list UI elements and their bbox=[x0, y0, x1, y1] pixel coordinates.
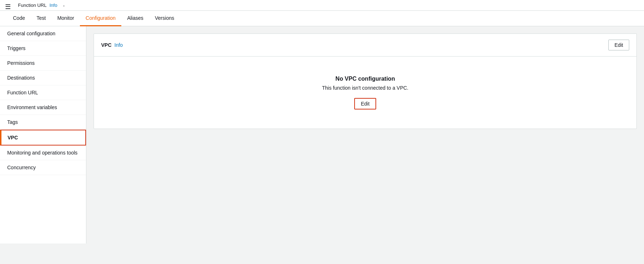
sidebar-item-permissions[interactable]: Permissions bbox=[0, 56, 86, 71]
sidebar-item-environment-variables[interactable]: Environment variables bbox=[0, 100, 86, 115]
tab-test[interactable]: Test bbox=[31, 11, 51, 26]
hamburger-icon[interactable]: ☰ bbox=[0, 0, 16, 14]
main-layout: General configuration Triggers Permissio… bbox=[0, 26, 644, 243]
sidebar-item-function-url[interactable]: Function URL bbox=[0, 85, 86, 100]
tab-aliases[interactable]: Aliases bbox=[121, 11, 149, 26]
panel-info-link[interactable]: Info bbox=[114, 42, 123, 48]
sidebar-item-tags[interactable]: Tags bbox=[0, 115, 86, 130]
tab-configuration[interactable]: Configuration bbox=[80, 11, 121, 26]
sidebar-item-destinations[interactable]: Destinations bbox=[0, 71, 86, 85]
function-url-value: - bbox=[63, 3, 64, 8]
sidebar-item-vpc[interactable]: VPC bbox=[0, 130, 86, 146]
sidebar-item-triggers[interactable]: Triggers bbox=[0, 41, 86, 56]
panel-title: VPC Info bbox=[101, 42, 123, 48]
sidebar-item-concurrency[interactable]: Concurrency bbox=[0, 160, 86, 175]
tab-versions[interactable]: Versions bbox=[149, 11, 180, 26]
tabs-container: Code Test Monitor Configuration Aliases … bbox=[0, 11, 644, 26]
info-link[interactable]: Info bbox=[49, 3, 57, 8]
no-vpc-desc: This function isn't connected to a VPC. bbox=[322, 85, 408, 91]
edit-center-button[interactable]: Edit bbox=[354, 98, 376, 109]
sidebar: General configuration Triggers Permissio… bbox=[0, 26, 86, 243]
top-section: ☰ Function URL Info - bbox=[0, 0, 644, 11]
sidebar-item-monitoring-and-operations-tools[interactable]: Monitoring and operations tools bbox=[0, 146, 86, 160]
vpc-panel: VPC Info Edit No VPC configuration This … bbox=[94, 33, 637, 129]
panel-title-text: VPC bbox=[101, 42, 112, 48]
panel-edit-button[interactable]: Edit bbox=[608, 40, 629, 50]
sidebar-item-general-configuration[interactable]: General configuration bbox=[0, 26, 86, 41]
no-vpc-title: No VPC configuration bbox=[335, 76, 395, 82]
panel-body: No VPC configuration This function isn't… bbox=[94, 57, 636, 129]
function-url-label: Function URL bbox=[18, 3, 46, 8]
tab-monitor[interactable]: Monitor bbox=[51, 11, 80, 26]
content-area: VPC Info Edit No VPC configuration This … bbox=[86, 26, 644, 243]
panel-header: VPC Info Edit bbox=[94, 34, 636, 57]
